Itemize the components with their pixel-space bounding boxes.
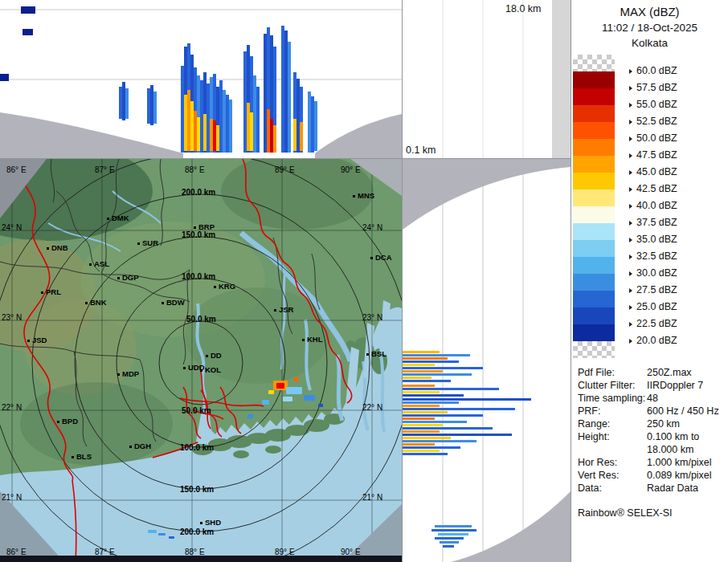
map-label-layer: 86° E86° E87° E87° E88° E88° E89° E89° E… [0, 159, 402, 562]
info-row: Range:250 km [578, 417, 727, 430]
info-row: 18.000 km [578, 443, 727, 456]
site-label: KOL [200, 365, 221, 374]
site-label: MNS [353, 191, 374, 200]
info-row: Pdf File:250Z.max [578, 366, 727, 379]
info-label: PRF: [578, 405, 647, 417]
scale-band [573, 71, 615, 88]
axis-gray-band [552, 0, 571, 158]
site-label: BLS [72, 452, 92, 461]
echo-bar [435, 525, 472, 527]
info-label: Data: [578, 482, 647, 495]
scale-band [573, 55, 615, 71]
echo-bar [403, 430, 440, 433]
echo-bar [403, 421, 467, 423]
echo-bar [403, 398, 531, 401]
echo-bar [403, 424, 443, 426]
site-label: PRL [41, 287, 61, 296]
latitude-label: 21° N [2, 493, 22, 502]
info-label [578, 443, 647, 456]
scale-band [573, 291, 615, 307]
side-projection-panel [402, 159, 571, 562]
latitude-label: 24° N [2, 223, 22, 232]
scale-label: 40.0 dBZ [629, 200, 677, 211]
site-label: DCA [370, 253, 392, 262]
min-height-label: 0.1 km [406, 145, 436, 156]
echo-bar [300, 122, 303, 151]
echo-bar [403, 385, 435, 387]
info-row: PRF:600 Hz / 450 Hz [578, 405, 727, 417]
info-row: Hor Res:1.000 km/pixel [578, 456, 727, 469]
scale-label: 25.0 dBZ [629, 301, 677, 312]
site-label: SUR [137, 238, 158, 247]
longitude-label: 87° E [95, 165, 115, 174]
info-label: Range: [578, 417, 647, 430]
latitude-label: 22° N [362, 403, 382, 412]
site-label: KRG [214, 282, 235, 291]
site-label: DD [206, 351, 222, 360]
corner-gridlines [403, 0, 571, 158]
echo-bar [403, 446, 460, 449]
legend-panel: MAX (dBZ) 11:02 / 18-Oct-2025 Kolkata 60… [571, 0, 728, 562]
echo-bar [197, 117, 200, 151]
corner-panel: 18.0 km 0.1 km [402, 0, 571, 159]
scale-label: 52.5 dBZ [629, 116, 677, 127]
site-label: DNB [47, 243, 68, 252]
echo-bar [403, 370, 443, 373]
range-ring-label: 50.0 km [186, 315, 216, 324]
echo-bar [0, 74, 9, 81]
echo-bar [403, 364, 435, 366]
info-row: Vert Res:0.089 km/pixel [578, 469, 727, 482]
echo-bar [403, 357, 448, 360]
echo-bar [21, 6, 35, 14]
scale-band [573, 274, 615, 291]
info-label: Height: [578, 430, 647, 443]
scale-label: 37.5 dBZ [629, 217, 677, 228]
longitude-label: 86° E [6, 548, 27, 556]
info-value: Radar Data [647, 482, 727, 495]
info-value: 1.000 km/pixel [647, 456, 727, 469]
site-label: BNK [85, 298, 107, 307]
echo-bar [403, 354, 470, 356]
scale-band [573, 88, 615, 105]
echo-bar [403, 405, 440, 407]
longitude-label: 86° E [6, 165, 27, 174]
info-value: 0.100 km to [647, 430, 727, 443]
range-ring-label: 200.0 km [182, 188, 215, 197]
longitude-label: 89° E [275, 165, 295, 174]
scale-band [573, 206, 615, 223]
vendor-label: Rainbow® SELEX-SI [578, 507, 673, 519]
info-value: 250 km [647, 417, 727, 430]
echo-bar [229, 100, 232, 153]
range-ring-label: 50.0 km [182, 406, 211, 415]
echo-bar [288, 42, 291, 153]
echo-bar [153, 92, 157, 124]
info-row: Clutter Filter:IIRDoppler 7 [578, 379, 727, 392]
product-info: Pdf File:250Z.maxClutter Filter:IIRDoppl… [578, 366, 727, 495]
scale-label: 50.0 dBZ [629, 132, 677, 144]
site-label: JSR [274, 305, 293, 314]
range-ring-label: 150.0 km [182, 230, 215, 239]
echo-bar [403, 377, 431, 379]
echo-bar [403, 437, 451, 439]
info-value: 0.089 km/pixel [647, 469, 727, 482]
latitude-label: 23° N [2, 313, 22, 322]
info-label: Hor Res: [578, 456, 647, 469]
info-value: 48 [647, 392, 727, 405]
info-value: IIRDoppler 7 [647, 379, 727, 392]
scale-band [573, 257, 615, 274]
info-value: 250Z.max [647, 366, 727, 379]
scale-label: 30.0 dBZ [629, 267, 677, 279]
radar-display-window: 18.0 km 0.1 km [0, 0, 728, 562]
echo-bar [403, 434, 512, 436]
range-ring-label: 100.0 km [182, 272, 215, 281]
site-label: MDP [117, 369, 139, 378]
info-label: Time sampling: [578, 392, 647, 405]
echo-bar [435, 537, 464, 540]
longitude-label: 89° E [275, 548, 295, 556]
echo-bar [403, 388, 499, 390]
echo-bar [431, 529, 476, 531]
scale-band [573, 324, 615, 341]
scale-band [573, 189, 615, 206]
echo-bar [250, 112, 253, 151]
color-scale: 60.0 dBZ57.5 dBZ55.0 dBZ52.5 dBZ50.0 dBZ… [573, 55, 727, 360]
